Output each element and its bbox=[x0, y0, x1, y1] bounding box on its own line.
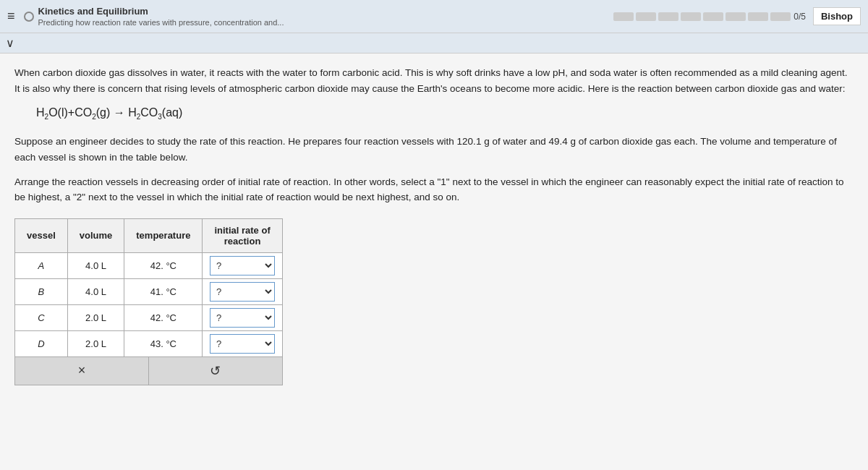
progress-seg-2 bbox=[636, 12, 656, 21]
reaction-equation: H2O(l)+CO2(g) → H2CO3(aq) bbox=[36, 106, 854, 121]
table-row: C 2.0 L 42. °C ? 1 2 3 4 bbox=[15, 304, 283, 330]
progress-bar-container: 0/5 bbox=[613, 12, 806, 22]
vessel-d-rate-dropdown[interactable]: ? 1 2 3 4 bbox=[210, 334, 275, 354]
vessel-a-label: A bbox=[15, 252, 68, 278]
progress-segments bbox=[613, 12, 791, 21]
progress-seg-1 bbox=[613, 12, 634, 21]
table-row: D 2.0 L 43. °C ? 1 2 3 4 bbox=[15, 330, 283, 356]
vessel-d-label: D bbox=[15, 330, 68, 356]
table-header-row: vessel volume temperature initial rate o… bbox=[15, 218, 283, 252]
header-right: 0/5 Bishop bbox=[613, 7, 861, 25]
header-subtitle: Predicting how reaction rate varies with… bbox=[38, 18, 284, 27]
instruction-paragraph: Arrange the reaction vessels in decreasi… bbox=[14, 174, 854, 205]
vessel-b-temp: 41. °C bbox=[124, 278, 203, 304]
progress-label: 0/5 bbox=[793, 12, 806, 22]
progress-seg-3 bbox=[658, 12, 678, 21]
header-bar: ≡ Kinetics and Equilibrium Predicting ho… bbox=[0, 0, 868, 33]
header-title: Kinetics and Equilibrium bbox=[38, 6, 284, 18]
equation-text: H2O(l)+CO2(g) → H2CO3(aq) bbox=[36, 106, 182, 119]
intro-paragraph: When carbon dioxide gas dissolves in wat… bbox=[14, 65, 854, 96]
reset-button[interactable]: ↺ bbox=[149, 357, 282, 385]
table-row: A 4.0 L 42. °C ? 1 2 3 4 bbox=[15, 252, 283, 278]
progress-seg-8 bbox=[770, 12, 791, 21]
col-temperature: temperature bbox=[124, 218, 203, 252]
vessel-a-rate-dropdown[interactable]: ? 1 2 3 4 bbox=[210, 256, 275, 275]
progress-seg-6 bbox=[726, 12, 746, 21]
progress-seg-7 bbox=[748, 12, 768, 21]
main-content: When carbon dioxide gas dissolves in wat… bbox=[0, 54, 868, 470]
progress-seg-5 bbox=[703, 12, 723, 21]
table-buttons-row: × ↺ bbox=[14, 357, 283, 385]
user-badge: Bishop bbox=[813, 7, 861, 25]
header-title-area: Kinetics and Equilibrium Predicting how … bbox=[38, 6, 284, 27]
menu-icon[interactable]: ≡ bbox=[7, 9, 15, 24]
vessel-b-label: B bbox=[15, 278, 68, 304]
vessel-c-temp: 42. °C bbox=[124, 304, 203, 330]
vessels-table: vessel volume temperature initial rate o… bbox=[14, 218, 283, 357]
vessel-d-volume: 2.0 L bbox=[67, 330, 124, 356]
vessel-a-temp: 42. °C bbox=[124, 252, 203, 278]
vessel-d-temp: 43. °C bbox=[124, 330, 203, 356]
table-row: B 4.0 L 41. °C ? 1 2 3 4 bbox=[15, 278, 283, 304]
progress-seg-4 bbox=[681, 12, 701, 21]
clear-button[interactable]: × bbox=[15, 357, 149, 385]
vessel-c-label: C bbox=[15, 304, 68, 330]
table-container: vessel volume temperature initial rate o… bbox=[14, 218, 283, 385]
col-volume: volume bbox=[67, 218, 124, 252]
col-rate: initial rate ofreaction bbox=[203, 218, 282, 252]
vessel-b-volume: 4.0 L bbox=[67, 278, 124, 304]
chevron-row: ∨ bbox=[0, 33, 868, 54]
chevron-down-icon[interactable]: ∨ bbox=[6, 37, 14, 49]
vessel-c-rate-dropdown[interactable]: ? 1 2 3 4 bbox=[210, 308, 275, 328]
scenario-paragraph: Suppose an engineer decides to study the… bbox=[14, 134, 854, 165]
vessel-b-rate-cell: ? 1 2 3 4 bbox=[203, 278, 282, 304]
vessel-d-rate-cell: ? 1 2 3 4 bbox=[203, 330, 282, 356]
vessel-c-volume: 2.0 L bbox=[67, 304, 124, 330]
col-vessel: vessel bbox=[15, 218, 68, 252]
vessel-c-rate-cell: ? 1 2 3 4 bbox=[203, 304, 282, 330]
vessel-b-rate-dropdown[interactable]: ? 1 2 3 4 bbox=[210, 282, 275, 302]
vessel-a-volume: 4.0 L bbox=[67, 252, 124, 278]
circle-icon bbox=[24, 12, 34, 22]
vessel-a-rate-cell: ? 1 2 3 4 bbox=[203, 252, 282, 278]
